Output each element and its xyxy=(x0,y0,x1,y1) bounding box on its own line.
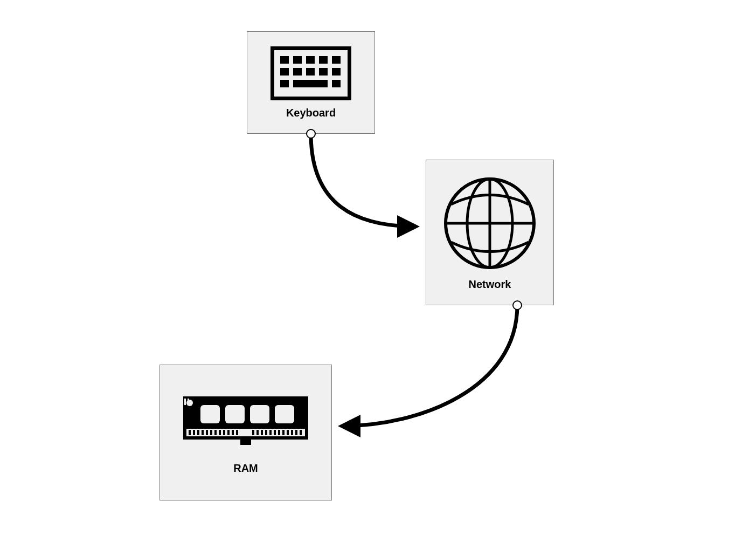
node-label: Keyboard xyxy=(286,107,336,119)
svg-rect-36 xyxy=(232,430,234,435)
svg-rect-35 xyxy=(227,430,230,435)
node-label: Network xyxy=(469,278,511,291)
node-network[interactable]: Network xyxy=(426,160,554,305)
svg-rect-27 xyxy=(193,430,195,435)
svg-rect-38 xyxy=(252,430,254,435)
svg-rect-5 xyxy=(332,56,341,64)
svg-rect-22 xyxy=(225,405,245,423)
svg-rect-29 xyxy=(202,430,204,435)
svg-rect-46 xyxy=(287,430,289,435)
svg-rect-41 xyxy=(265,430,267,435)
edge-keyboard-to-network xyxy=(307,129,416,227)
node-keyboard[interactable]: Keyboard xyxy=(247,31,375,134)
svg-rect-3 xyxy=(306,56,315,64)
svg-rect-45 xyxy=(282,430,285,435)
svg-rect-19 xyxy=(184,399,186,405)
svg-rect-9 xyxy=(319,68,328,76)
svg-rect-1 xyxy=(280,56,289,64)
svg-rect-37 xyxy=(236,430,238,435)
svg-rect-7 xyxy=(293,68,302,76)
svg-rect-21 xyxy=(200,405,220,423)
svg-rect-34 xyxy=(223,430,225,435)
svg-rect-12 xyxy=(293,80,328,87)
svg-point-18 xyxy=(186,400,193,406)
svg-rect-40 xyxy=(261,430,263,435)
svg-rect-2 xyxy=(293,56,302,64)
svg-rect-23 xyxy=(250,405,269,423)
node-ram[interactable]: RAM xyxy=(159,365,332,500)
svg-rect-49 xyxy=(300,430,302,435)
edge-network-to-ram xyxy=(342,301,522,426)
svg-rect-13 xyxy=(332,80,341,87)
diagram-canvas: Keyboard Network xyxy=(0,0,756,535)
node-label: RAM xyxy=(233,462,258,475)
svg-rect-48 xyxy=(295,430,297,435)
svg-rect-42 xyxy=(269,430,272,435)
edges-layer xyxy=(0,0,756,535)
svg-rect-31 xyxy=(210,430,212,435)
svg-rect-26 xyxy=(189,430,191,435)
svg-rect-10 xyxy=(332,68,341,76)
svg-rect-33 xyxy=(219,430,221,435)
svg-rect-39 xyxy=(256,430,259,435)
globe-icon xyxy=(441,175,538,272)
svg-rect-47 xyxy=(291,430,293,435)
keyboard-icon xyxy=(271,46,351,100)
svg-rect-30 xyxy=(206,430,208,435)
ram-icon xyxy=(181,391,310,456)
svg-rect-8 xyxy=(306,68,315,76)
svg-rect-24 xyxy=(275,405,294,423)
svg-rect-11 xyxy=(280,80,289,87)
svg-rect-44 xyxy=(278,430,280,435)
svg-rect-32 xyxy=(214,430,217,435)
svg-rect-4 xyxy=(319,56,328,64)
svg-rect-28 xyxy=(197,430,199,435)
svg-rect-6 xyxy=(280,68,289,76)
svg-rect-43 xyxy=(274,430,276,435)
svg-rect-20 xyxy=(188,399,189,401)
